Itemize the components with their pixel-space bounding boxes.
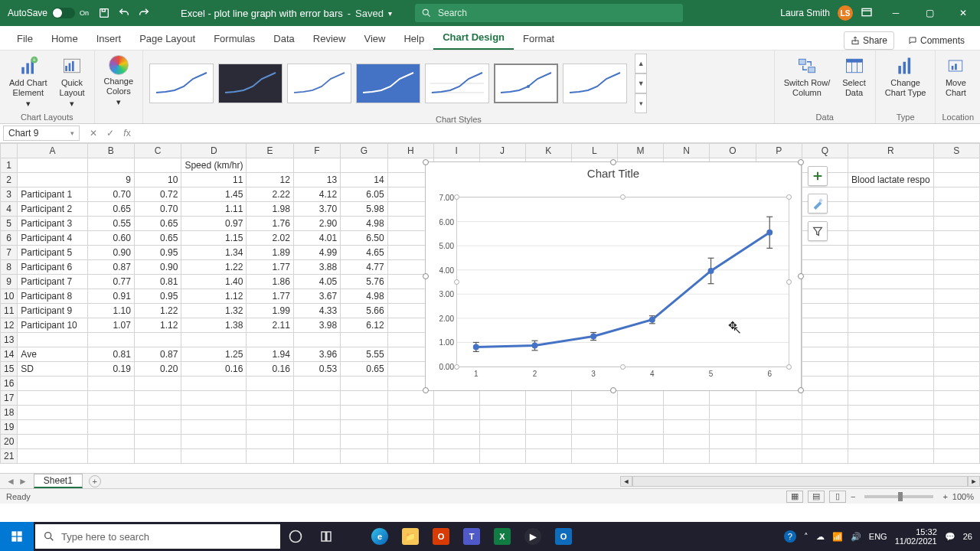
cell-J18[interactable] [479, 406, 525, 420]
temperature-indicator[interactable]: 26 [963, 532, 972, 541]
cell-K20[interactable] [525, 435, 571, 449]
avatar[interactable]: LS [838, 5, 853, 21]
cell-F9[interactable]: 4.05 [293, 275, 340, 289]
cell-N20[interactable] [664, 435, 710, 449]
cell-G5[interactable]: 4.98 [341, 217, 387, 231]
cell-A1[interactable] [18, 158, 87, 173]
cell-C15[interactable]: 0.20 [134, 362, 181, 377]
cell-F21[interactable] [293, 449, 340, 464]
cell-G2[interactable]: 14 [341, 173, 387, 187]
cell-M17[interactable] [617, 391, 663, 406]
cell-R20[interactable] [848, 435, 933, 449]
tab-view[interactable]: View [354, 28, 394, 50]
chart-style-3[interactable] [287, 64, 351, 103]
edge-icon[interactable]: e [364, 522, 395, 551]
cell-E15[interactable]: 0.16 [247, 362, 293, 377]
cell-C7[interactable]: 0.95 [134, 246, 181, 260]
cell-E1[interactable] [247, 158, 293, 173]
window-options-icon[interactable] [861, 6, 873, 21]
groove-icon[interactable]: ▶ [518, 522, 548, 551]
cell-E14[interactable]: 1.94 [247, 347, 293, 362]
cell-Q18[interactable] [802, 406, 848, 420]
cell-R10[interactable] [848, 289, 933, 304]
chart-style-5[interactable] [425, 64, 489, 103]
chart-styles-gallery[interactable]: ▲ ▼ ▾ [149, 54, 647, 113]
minimize-button[interactable]: ─ [879, 0, 913, 26]
cell-F11[interactable]: 4.33 [293, 304, 340, 318]
cell-Q9[interactable] [802, 275, 848, 289]
cell-A15[interactable]: SD [18, 362, 87, 377]
horizontal-scrollbar[interactable]: ◄► [620, 475, 980, 487]
add-chart-element-button[interactable]: + Add Chart Element▾ [6, 54, 51, 110]
cell-L18[interactable] [571, 406, 617, 420]
search-box[interactable]: Search [415, 4, 683, 22]
plot-area[interactable]: 0.001.002.003.004.005.006.007.00123456 [456, 197, 789, 367]
cell-R3[interactable] [848, 187, 933, 202]
outlook-icon[interactable]: O [548, 522, 579, 551]
cell-D8[interactable]: 1.22 [181, 260, 247, 275]
cell-K19[interactable] [525, 420, 571, 435]
zoom-slider[interactable] [864, 495, 933, 498]
cell-B2[interactable]: 9 [87, 173, 134, 187]
cell-F13[interactable] [293, 333, 340, 347]
select-data-button[interactable]: Select Data [839, 54, 869, 99]
language-indicator[interactable]: ENG [869, 532, 887, 541]
cell-B19[interactable] [87, 420, 134, 435]
cell-Q16[interactable] [802, 377, 848, 391]
cell-K18[interactable] [525, 406, 571, 420]
cell-G1[interactable] [341, 158, 387, 173]
cell-D20[interactable] [181, 435, 247, 449]
zoom-level[interactable]: 100% [952, 492, 974, 501]
cell-E3[interactable]: 2.22 [247, 187, 293, 202]
tab-page-layout[interactable]: Page Layout [130, 28, 204, 50]
cell-P18[interactable] [756, 406, 802, 420]
cell-D6[interactable]: 1.15 [181, 231, 247, 246]
cell-P17[interactable] [756, 391, 802, 406]
cell-H20[interactable] [387, 435, 433, 449]
cell-A6[interactable]: Participant 4 [18, 231, 87, 246]
cell-F10[interactable]: 3.67 [293, 289, 340, 304]
tab-help[interactable]: Help [394, 28, 433, 50]
cell-E21[interactable] [247, 449, 293, 464]
cell-S6[interactable] [933, 231, 979, 246]
cell-E4[interactable]: 1.98 [247, 202, 293, 217]
cell-E11[interactable]: 1.99 [247, 304, 293, 318]
cell-A2[interactable] [18, 173, 87, 187]
cell-A5[interactable]: Participant 3 [18, 217, 87, 231]
view-page-break-icon[interactable]: ▯ [829, 491, 846, 503]
notifications-icon[interactable]: 💬 [945, 532, 956, 542]
cell-D19[interactable] [181, 420, 247, 435]
chart-style-1[interactable] [149, 64, 214, 103]
cell-B15[interactable]: 0.19 [87, 362, 134, 377]
cell-F3[interactable]: 4.12 [293, 187, 340, 202]
cell-P19[interactable] [756, 420, 802, 435]
cell-D1[interactable]: Speed (km/hr) [181, 158, 247, 173]
style-scroll-up[interactable]: ▲ [635, 54, 647, 73]
cell-D7[interactable]: 1.34 [181, 246, 247, 260]
cell-R16[interactable] [848, 377, 933, 391]
cell-S14[interactable] [933, 347, 979, 362]
cell-L17[interactable] [571, 391, 617, 406]
cell-O18[interactable] [710, 406, 756, 420]
cell-F20[interactable] [293, 435, 340, 449]
cell-A13[interactable] [18, 333, 87, 347]
cell-S1[interactable] [933, 158, 979, 173]
cell-O19[interactable] [710, 420, 756, 435]
redo-icon[interactable] [138, 7, 150, 19]
cell-C14[interactable]: 0.87 [134, 347, 181, 362]
cell-R6[interactable] [848, 231, 933, 246]
zoom-in-button[interactable]: + [942, 492, 947, 501]
cell-D11[interactable]: 1.32 [181, 304, 247, 318]
clock[interactable]: 15:3211/02/2021 [895, 527, 937, 546]
excel-icon[interactable]: X [487, 522, 518, 551]
cell-B12[interactable]: 1.07 [87, 318, 134, 333]
zoom-out-button[interactable]: − [851, 492, 855, 501]
chart-style-6[interactable] [494, 64, 558, 103]
accept-formula-icon[interactable]: ✓ [104, 128, 116, 139]
cell-G13[interactable] [341, 333, 387, 347]
tab-file[interactable]: File [8, 28, 42, 50]
cell-F1[interactable] [293, 158, 340, 173]
cell-N19[interactable] [664, 420, 710, 435]
chart-styles-button[interactable] [808, 194, 828, 214]
cell-C10[interactable]: 0.95 [134, 289, 181, 304]
